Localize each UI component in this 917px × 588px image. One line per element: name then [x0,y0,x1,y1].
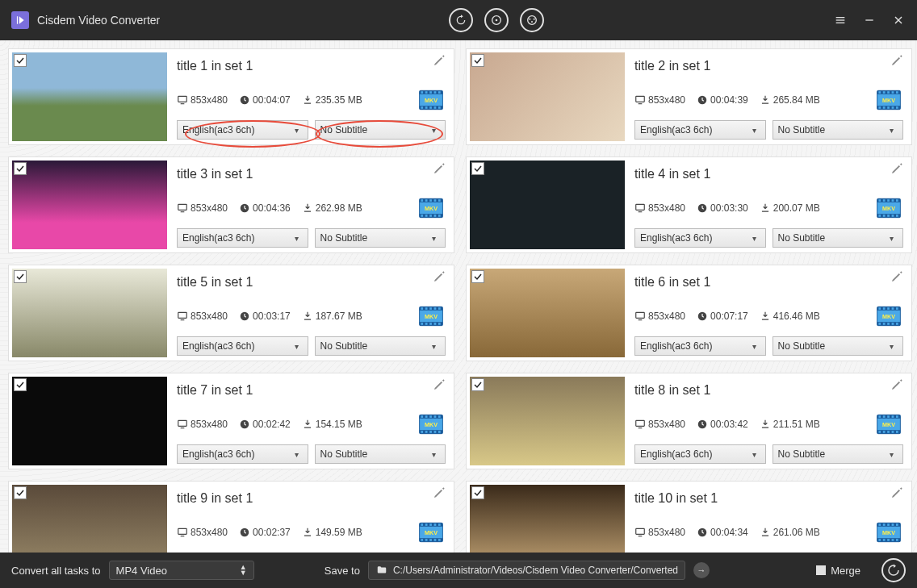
svg-rect-60 [434,215,437,217]
audio-track-select[interactable]: English(ac3 6ch)▾ [177,228,308,248]
select-checkbox[interactable] [471,378,484,391]
minimize-button[interactable] [862,13,877,27]
svg-rect-25 [429,106,432,109]
select-checkbox[interactable] [14,486,27,499]
download-mode-button[interactable] [520,8,544,32]
format-icon[interactable]: MKV [417,521,446,544]
select-checkbox[interactable] [14,270,27,283]
format-icon[interactable]: MKV [874,305,903,327]
video-title: title 7 in set 1 [177,383,446,398]
svg-text:MKV: MKV [882,529,895,536]
format-icon[interactable]: MKV [874,197,903,219]
video-card: title 4 in set 1 853x480 00:03:30 200.07… [466,156,912,253]
audio-track-select[interactable]: English(ac3 6ch)▾ [177,336,308,356]
rip-mode-button[interactable] [484,8,509,32]
video-card: title 3 in set 1 853x480 00:04:36 262.98… [8,156,454,253]
edit-icon[interactable] [890,162,905,177]
edit-icon[interactable] [890,54,905,69]
merge-checkbox[interactable]: Merge [816,565,860,577]
save-path-box[interactable]: C:/Users/Administrator/Videos/Cisdem Vid… [368,561,685,580]
audio-track-select[interactable]: English(ac3 6ch)▾ [177,444,308,464]
video-thumbnail[interactable] [12,377,167,465]
subtitle-select[interactable]: No Subtitle▾ [773,444,904,464]
video-thumbnail[interactable] [470,485,625,553]
format-icon[interactable]: MKV [417,305,446,327]
svg-rect-41 [883,106,886,109]
svg-rect-12 [178,96,187,102]
format-icon[interactable]: MKV [874,521,903,544]
filesize-label: 235.35 MB [302,94,362,106]
subtitle-select[interactable]: No Subtitle▾ [315,336,446,356]
svg-rect-59 [429,215,432,217]
video-thumbnail[interactable] [12,485,167,553]
svg-rect-175 [896,523,898,526]
subtitle-select[interactable]: No Subtitle▾ [773,120,904,140]
convert-mode-button[interactable] [449,8,473,32]
edit-icon[interactable] [890,486,905,501]
edit-icon[interactable] [890,378,905,393]
duration-label: 00:03:17 [239,311,291,322]
select-checkbox[interactable] [471,270,484,283]
svg-rect-75 [883,215,886,217]
svg-point-4 [534,19,535,20]
video-thumbnail[interactable] [12,269,167,357]
video-card: title 8 in set 1 853x480 00:03:42 211.51… [466,373,912,469]
subtitle-select[interactable]: No Subtitle▾ [315,120,446,140]
audio-track-select[interactable]: English(ac3 6ch)▾ [634,228,766,248]
svg-rect-58 [425,215,428,217]
svg-rect-177 [883,539,886,541]
duration-label: 00:04:36 [239,202,291,214]
format-icon[interactable]: MKV [417,89,446,111]
svg-rect-46 [178,204,187,210]
select-checkbox[interactable] [14,162,27,175]
svg-point-5 [531,21,533,23]
select-checkbox[interactable] [471,486,484,499]
chevron-down-icon: ▾ [752,342,760,351]
select-checkbox[interactable] [14,378,27,391]
edit-icon[interactable] [433,486,447,501]
video-thumbnail[interactable] [470,52,625,141]
select-checkbox[interactable] [471,162,484,175]
format-icon[interactable]: MKV [417,197,446,219]
audio-track-select[interactable]: English(ac3 6ch)▾ [634,336,766,356]
subtitle-select[interactable]: No Subtitle▾ [773,336,904,356]
format-icon[interactable]: MKV [417,413,446,436]
start-convert-button[interactable] [881,558,906,582]
output-format-select[interactable]: MP4 Video ▲▼ [109,561,254,580]
edit-icon[interactable] [433,270,447,285]
select-checkbox[interactable] [14,54,27,67]
format-icon[interactable]: MKV [874,89,903,111]
chevron-down-icon: ▾ [432,450,440,459]
open-folder-button[interactable]: → [693,562,710,578]
svg-rect-21 [434,91,437,94]
close-button[interactable] [891,13,906,27]
audio-track-select[interactable]: English(ac3 6ch)▾ [634,120,766,140]
edit-icon[interactable] [433,378,447,393]
video-thumbnail[interactable] [470,161,625,249]
video-thumbnail[interactable] [470,377,625,465]
edit-icon[interactable] [890,270,905,285]
convert-all-label: Convert all tasks to [11,565,101,577]
format-icon[interactable]: MKV [874,413,903,436]
subtitle-select[interactable]: No Subtitle▾ [315,228,446,248]
edit-icon[interactable] [433,162,447,177]
svg-rect-103 [878,307,881,310]
audio-track-select[interactable]: English(ac3 6ch)▾ [634,444,766,464]
subtitle-select[interactable]: No Subtitle▾ [315,444,446,464]
filesize-label: 149.59 MB [302,527,362,538]
filesize-label: 154.15 MB [302,419,362,430]
menu-button[interactable] [833,13,848,27]
edit-icon[interactable] [433,54,447,69]
select-checkbox[interactable] [471,54,484,67]
video-thumbnail[interactable] [12,52,167,141]
svg-rect-158 [438,523,441,526]
footer: Convert all tasks to MP4 Video ▲▼ Save t… [0,553,917,588]
audio-track-select[interactable]: English(ac3 6ch)▾ [177,120,308,140]
svg-rect-155 [425,523,428,526]
video-thumbnail[interactable] [12,161,167,249]
subtitle-select[interactable]: No Subtitle▾ [773,228,904,248]
video-thumbnail[interactable] [470,269,625,357]
svg-rect-36 [883,91,886,94]
chevron-down-icon: ▾ [890,342,898,351]
svg-rect-172 [883,523,886,526]
